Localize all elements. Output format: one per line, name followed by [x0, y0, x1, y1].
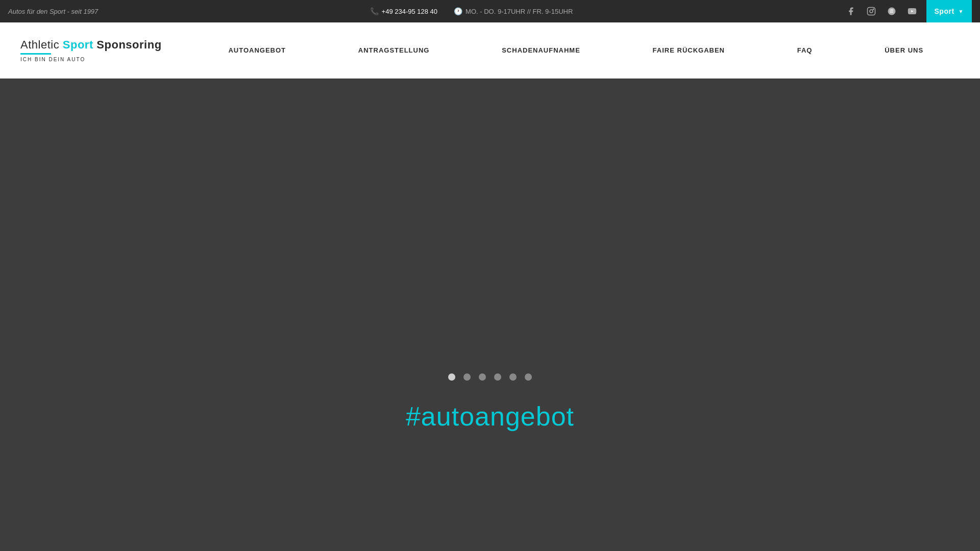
nav-ueber-uns[interactable]: ÜBER UNS [883, 42, 925, 58]
slider-dot-2[interactable] [463, 373, 471, 381]
logo-sponsoring-word: Sponsoring [96, 38, 161, 51]
sport-dropdown-label: Sport [935, 7, 954, 15]
instagram-icon[interactable] [865, 5, 877, 17]
top-bar: Autos für den Sport - seit 1997 📞 +49 23… [0, 0, 980, 22]
nav-links: AUTOANGEBOT ANTRAGSTELLUNG SCHADENAUFNAH… [192, 42, 960, 58]
svg-point-3 [888, 8, 895, 15]
phone-number: +49 234-95 128 40 [382, 8, 438, 15]
slider-dot-5[interactable] [509, 373, 517, 381]
logo-sport-word: Sport [63, 38, 93, 51]
logo-underline [20, 53, 51, 55]
hashtag-section: #autoangebot [406, 401, 574, 432]
slider-dots [448, 373, 532, 381]
slider-dot-6[interactable] [525, 373, 532, 381]
nav-autoangebot[interactable]: AUTOANGEBOT [226, 42, 288, 58]
nav-antragstellung[interactable]: ANTRAGSTELLUNG [356, 42, 432, 58]
logo-text-line2: ICH BIN DEIN AUTO [20, 57, 162, 62]
nav-bar: Athletic Sport Sponsoring ICH BIN DEIN A… [0, 22, 980, 79]
logo-text-line1: Athletic Sport Sponsoring [20, 38, 162, 52]
logo-athletic: Athletic [20, 38, 59, 51]
nav-faq[interactable]: FAQ [795, 42, 815, 58]
top-bar-right: Sport ▼ [845, 0, 972, 22]
hero-image [0, 79, 980, 349]
hours-text: MO. - DO. 9-17UHR // FR. 9-15UHR [465, 8, 573, 15]
hero-area: #autoangebot [0, 79, 980, 436]
svg-rect-0 [867, 8, 875, 15]
slider-dot-3[interactable] [479, 373, 486, 381]
slider-dot-4[interactable] [494, 373, 501, 381]
spotify-icon[interactable] [886, 5, 898, 17]
logo: Athletic Sport Sponsoring ICH BIN DEIN A… [20, 38, 162, 62]
tagline: Autos für den Sport - seit 1997 [8, 8, 98, 15]
hashtag-text: #autoangebot [406, 402, 574, 431]
clock-icon: 🕐 [454, 7, 462, 15]
phone-info: 📞 +49 234-95 128 40 [370, 7, 438, 15]
nav-faire-rueckgaben[interactable]: FAIRE RÜCKGABEN [651, 42, 727, 58]
phone-icon: 📞 [370, 7, 379, 15]
svg-point-2 [873, 9, 874, 10]
sport-dropdown[interactable]: Sport ▼ [926, 0, 972, 22]
top-bar-center: 📞 +49 234-95 128 40 🕐 MO. - DO. 9-17UHR … [370, 7, 573, 15]
slider-dot-1[interactable] [448, 373, 455, 381]
nav-schadenaufnahme[interactable]: SCHADENAUFNAHME [500, 42, 582, 58]
chevron-down-icon: ▼ [959, 9, 964, 14]
facebook-icon[interactable] [845, 5, 857, 17]
svg-point-1 [870, 10, 873, 13]
youtube-icon[interactable] [906, 5, 918, 17]
hours-info: 🕐 MO. - DO. 9-17UHR // FR. 9-15UHR [454, 7, 573, 15]
